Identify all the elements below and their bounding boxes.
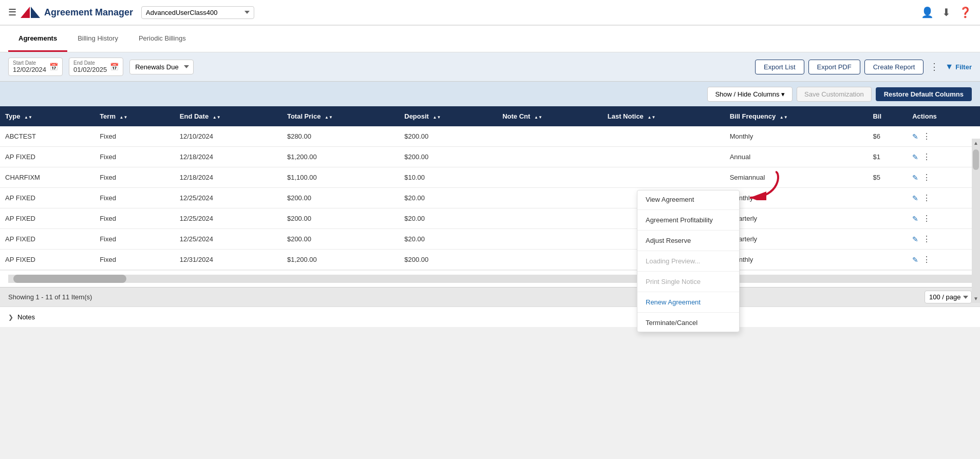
cell-end-date: 12/10/2024 xyxy=(175,126,282,147)
per-page-dropdown[interactable]: 100 / page xyxy=(925,291,972,303)
more-actions-icon[interactable]: ⋮ xyxy=(922,193,931,203)
table-row: CHARFIXM Fixed 12/18/2024 $1,100.00 $10.… xyxy=(0,167,980,188)
more-actions-icon[interactable]: ⋮ xyxy=(922,131,931,141)
cell-term: Fixed xyxy=(95,188,175,208)
scroll-up-icon[interactable]: ▲ xyxy=(972,139,980,147)
more-actions-icon[interactable]: ⋮ xyxy=(922,255,931,264)
table-body: ABCTEST Fixed 12/10/2024 $280.00 $200.00… xyxy=(0,126,980,270)
menu-item-renew-agreement[interactable]: Renew Agreement xyxy=(637,293,739,311)
scroll-thumb[interactable] xyxy=(973,149,979,170)
edit-icon[interactable]: ✎ xyxy=(912,174,918,182)
end-date-field[interactable]: End Date 01/02/2025 📅 xyxy=(69,58,123,76)
cell-bil xyxy=(868,229,907,250)
toolbar-right-actions: Export List Export PDF Create Report ⋮ ▼… xyxy=(755,59,972,74)
cell-term: Fixed xyxy=(95,229,175,250)
help-icon[interactable]: ❓ xyxy=(959,6,972,18)
cell-actions: ✎ ⋮ xyxy=(907,167,980,188)
start-date-field[interactable]: Start Date 12/02/2024 📅 xyxy=(8,58,63,76)
table-row: AP FIXED Fixed 12/25/2024 $200.00 $20.00… xyxy=(0,208,980,229)
edit-icon[interactable]: ✎ xyxy=(912,132,918,141)
scroll-down-icon[interactable]: ▼ xyxy=(972,294,980,303)
more-actions-icon[interactable]: ⋮ xyxy=(922,152,931,162)
menu-item-terminate-cancel[interactable]: Terminate/Cancel xyxy=(637,314,739,332)
more-options-icon[interactable]: ⋮ xyxy=(928,59,941,74)
logo-triangle-blue xyxy=(31,7,40,18)
col-total-price[interactable]: Total Price ▲▼ xyxy=(282,106,399,126)
cell-end-date: 12/25/2024 xyxy=(175,229,282,250)
sort-deposit-icon: ▲▼ xyxy=(433,116,441,120)
start-date-calendar-icon[interactable]: 📅 xyxy=(49,63,58,71)
notes-section[interactable]: ❯ Notes xyxy=(0,307,980,327)
download-icon[interactable]: ⬇ xyxy=(942,6,951,18)
show-hide-columns-button[interactable]: Show / Hide Columns ▾ xyxy=(707,87,793,102)
horizontal-scrollbar-thumb[interactable] xyxy=(13,275,126,283)
cell-note-cnt xyxy=(497,250,602,270)
table-row: AP FIXED Fixed 12/18/2024 $1,200.00 $200… xyxy=(0,147,980,167)
cell-bil: $6 xyxy=(868,126,907,147)
export-list-button[interactable]: Export List xyxy=(755,60,804,74)
cell-bill-frequency: Quarterly xyxy=(725,229,868,250)
cell-bill-frequency: Annual xyxy=(725,147,868,167)
context-menu-divider-6 xyxy=(637,312,739,313)
sort-note-cnt-icon: ▲▼ xyxy=(534,116,542,120)
renewals-filter-dropdown[interactable]: Renewals Due xyxy=(129,60,194,74)
cell-bill-frequency: Semiannual xyxy=(725,167,868,188)
edit-icon[interactable]: ✎ xyxy=(912,153,918,161)
cell-last-notice xyxy=(602,126,725,147)
menu-item-agreement-profitability[interactable]: Agreement Profitability xyxy=(637,211,739,229)
horizontal-scrollbar[interactable] xyxy=(8,275,980,283)
menu-item-adjust-reserve[interactable]: Adjust Reserve xyxy=(637,232,739,250)
hamburger-menu[interactable]: ☰ xyxy=(8,7,16,18)
user-class-dropdown[interactable]: AdvancedUserClass400 xyxy=(141,6,254,19)
user-icon[interactable]: 👤 xyxy=(921,6,934,18)
end-date-calendar-icon[interactable]: 📅 xyxy=(110,63,119,71)
col-note-cnt[interactable]: Note Cnt ▲▼ xyxy=(497,106,602,126)
col-end-date[interactable]: End Date ▲▼ xyxy=(175,106,282,126)
notes-expand-icon: ❯ xyxy=(8,314,13,321)
filter-button[interactable]: ▼ Filter xyxy=(945,62,972,71)
tab-agreements[interactable]: Agreements xyxy=(8,26,67,52)
col-term[interactable]: Term ▲▼ xyxy=(95,106,175,126)
edit-icon[interactable]: ✎ xyxy=(912,256,918,264)
cell-deposit: $200.00 xyxy=(399,126,497,147)
app-logo: Agreement Manager xyxy=(21,7,133,18)
edit-icon[interactable]: ✎ xyxy=(912,194,918,202)
save-customization-button[interactable]: Save Customization xyxy=(797,87,872,102)
cell-note-cnt xyxy=(497,208,602,229)
cell-end-date: 12/18/2024 xyxy=(175,167,282,188)
col-bill-frequency[interactable]: Bill Frequency ▲▼ xyxy=(725,106,868,126)
notes-label: Notes xyxy=(17,313,35,321)
vertical-scrollbar[interactable]: ▲ ▼ xyxy=(972,139,980,303)
cell-last-notice xyxy=(602,167,725,188)
more-actions-icon[interactable]: ⋮ xyxy=(922,173,931,182)
cell-note-cnt xyxy=(497,147,602,167)
showing-items-text: Showing 1 - 11 of 11 Item(s) xyxy=(8,293,92,301)
tab-billing-history[interactable]: Billing History xyxy=(67,26,128,52)
cell-note-cnt xyxy=(497,229,602,250)
cell-deposit: $20.00 xyxy=(399,229,497,250)
col-deposit[interactable]: Deposit ▲▼ xyxy=(399,106,497,126)
cell-bill-frequency: Quarterly xyxy=(725,208,868,229)
start-date-label: Start Date xyxy=(13,60,46,66)
cell-type: AP FIXED xyxy=(0,208,95,229)
edit-icon[interactable]: ✎ xyxy=(912,215,918,223)
more-actions-icon[interactable]: ⋮ xyxy=(922,214,931,223)
tab-periodic-billings[interactable]: Periodic Billings xyxy=(128,26,196,52)
more-actions-icon[interactable]: ⋮ xyxy=(922,234,931,244)
cell-type: AP FIXED xyxy=(0,229,95,250)
col-bil[interactable]: Bil xyxy=(868,106,907,126)
bottom-status-bar: Showing 1 - 11 of 11 Item(s) 100 / page xyxy=(0,287,980,307)
context-menu: View Agreement Agreement Profitability A… xyxy=(637,190,740,332)
sort-term-icon: ▲▼ xyxy=(120,116,128,120)
restore-default-columns-button[interactable]: Restore Default Columns xyxy=(876,87,972,101)
cell-bil xyxy=(868,188,907,208)
menu-item-view-agreement[interactable]: View Agreement xyxy=(637,190,739,208)
sort-total-price-icon: ▲▼ xyxy=(325,116,333,120)
table-header-row: Type ▲▼ Term ▲▼ End Date ▲▼ Total Price … xyxy=(0,106,980,126)
col-last-notice[interactable]: Last Notice ▲▼ xyxy=(602,106,725,126)
export-pdf-button[interactable]: Export PDF xyxy=(808,60,860,74)
edit-icon[interactable]: ✎ xyxy=(912,235,918,243)
cell-bill-frequency: Monthly xyxy=(725,188,868,208)
create-report-button[interactable]: Create Report xyxy=(864,60,924,74)
col-type[interactable]: Type ▲▼ xyxy=(0,106,95,126)
